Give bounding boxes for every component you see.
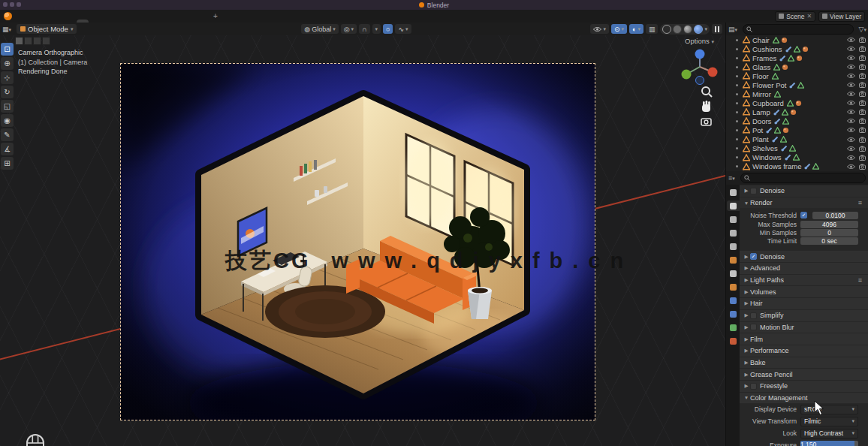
proportional-falloff-dropdown[interactable]: ∿▾: [395, 24, 411, 34]
hide-viewport-eye-icon[interactable]: [847, 146, 855, 152]
panel-grease-pencil[interactable]: ▶Grease Pencil: [740, 369, 868, 380]
outliner-item-doors[interactable]: Doors: [726, 116, 868, 125]
panel-performance[interactable]: ▶Performance: [740, 345, 868, 357]
max-samples-field[interactable]: 4096: [800, 221, 858, 228]
exposure-slider[interactable]: 1.150: [800, 441, 858, 446]
filter-icon[interactable]: ▽▾: [857, 26, 868, 33]
gizmo-y-axis[interactable]: [682, 70, 692, 80]
outliner-item-shelves[interactable]: Shelves: [726, 144, 868, 153]
solid-shading-button[interactable]: [673, 25, 682, 34]
material-preview-button[interactable]: [683, 25, 692, 34]
pivot-point-dropdown[interactable]: ◎▾: [341, 24, 357, 34]
hide-viewport-eye-icon[interactable]: [847, 91, 855, 97]
disable-render-camera-icon[interactable]: [859, 73, 867, 79]
pause-render-button[interactable]: [712, 24, 722, 34]
properties-tab-material[interactable]: [727, 336, 740, 346]
object-types-visibility-dropdown[interactable]: ▾: [590, 24, 609, 34]
render-sampling-presets-icon[interactable]: ≡: [858, 199, 862, 206]
freestyle-checkbox[interactable]: [750, 383, 757, 390]
outliner-item-floor[interactable]: Floor: [726, 71, 868, 80]
tool-scale[interactable]: ◱: [1, 100, 14, 113]
properties-tab-scene[interactable]: [727, 241, 740, 252]
disable-render-camera-icon[interactable]: [859, 137, 867, 143]
snap-toggle[interactable]: ∩: [359, 24, 369, 34]
add-workspace-button[interactable]: +: [209, 12, 222, 20]
hide-viewport-eye-icon[interactable]: [847, 100, 855, 106]
properties-tab-physics[interactable]: [727, 309, 740, 319]
camera-render-region[interactable]: [120, 63, 595, 420]
snap-dropdown[interactable]: ▾: [372, 24, 381, 34]
show-gizmo-toggle[interactable]: ⊙▾: [611, 24, 627, 34]
properties-tab-view-layer[interactable]: [727, 228, 740, 238]
tool-select-box[interactable]: ⊡: [1, 43, 14, 56]
properties-search-input[interactable]: [740, 173, 866, 183]
viewport-3d[interactable]: Camera Orthographic (1) Collection | Cam…: [0, 35, 725, 446]
outliner-item-flower-pot[interactable]: Flower Pot: [726, 80, 868, 89]
motion-blur-checkbox[interactable]: [750, 324, 757, 330]
hide-viewport-eye-icon[interactable]: [847, 82, 855, 88]
navigation-gizmo[interactable]: [673, 44, 725, 128]
disable-render-camera-icon[interactable]: [859, 91, 867, 97]
panel-film[interactable]: ▶Film: [740, 333, 868, 345]
hide-viewport-eye-icon[interactable]: [847, 64, 855, 70]
properties-editor-icon[interactable]: ≡▾: [726, 174, 737, 182]
properties-tab-render[interactable]: [727, 200, 740, 211]
outliner-item-frames[interactable]: Frames: [726, 53, 868, 62]
hide-viewport-eye-icon[interactable]: [847, 164, 855, 170]
render-denoise-checkbox[interactable]: ✓: [750, 253, 757, 260]
gizmo-x-axis[interactable]: [708, 68, 718, 77]
properties-tab-object-data[interactable]: [727, 322, 740, 333]
look-dropdown[interactable]: High Contrast▾: [800, 429, 858, 438]
panel-viewport-denoise[interactable]: ▶Denoise: [740, 185, 868, 197]
panel-light-paths[interactable]: ▶Light Paths≡: [740, 275, 868, 286]
zoom-view-icon[interactable]: [702, 87, 712, 97]
noise-threshold-field[interactable]: 0.0100: [812, 212, 858, 219]
panel-render-denoise[interactable]: ▶✓Denoise: [740, 251, 868, 262]
options-dropdown[interactable]: Options ▾: [685, 37, 714, 45]
disable-render-camera-icon[interactable]: [859, 37, 867, 43]
simplify-checkbox[interactable]: [750, 312, 757, 319]
outliner-item-glass[interactable]: Glass: [726, 62, 868, 71]
transform-orientation-dropdown[interactable]: ◍ Global▾: [301, 24, 338, 34]
show-overlays-toggle[interactable]: ◐▾: [629, 24, 643, 34]
panel-simplify[interactable]: ▶Simplify: [740, 310, 868, 321]
disable-render-camera-icon[interactable]: [859, 146, 867, 152]
outliner-item-plant[interactable]: Plant: [726, 135, 868, 144]
hide-viewport-eye-icon[interactable]: [847, 73, 855, 79]
hide-viewport-eye-icon[interactable]: [847, 118, 855, 124]
tool-add-cube[interactable]: ⊞: [1, 157, 14, 170]
outliner-item-chair[interactable]: Chair: [726, 35, 868, 44]
noise-threshold-checkbox[interactable]: ✓: [800, 212, 807, 218]
panel-motion-blur[interactable]: ▶Motion Blur: [740, 322, 868, 333]
scene-selector[interactable]: Scene ✕: [775, 11, 815, 22]
hide-viewport-eye-icon[interactable]: [847, 127, 855, 133]
properties-tab-world[interactable]: [727, 255, 740, 265]
hide-viewport-eye-icon[interactable]: [847, 137, 855, 143]
tool-annotate[interactable]: ✎: [1, 128, 14, 141]
shading-dropdown[interactable]: ▾: [704, 26, 707, 32]
mode-dropdown[interactable]: Object Mode▾: [17, 24, 77, 34]
rendered-shading-button[interactable]: [694, 25, 703, 34]
hide-viewport-eye-icon[interactable]: [847, 46, 855, 52]
window-controls[interactable]: [3, 2, 21, 7]
outliner-item-cushions[interactable]: Cushions: [726, 44, 868, 53]
outliner-item-pot[interactable]: Pot: [726, 125, 868, 134]
outliner-editor-icon[interactable]: ▤▾: [726, 26, 740, 33]
properties-tab-output[interactable]: [727, 214, 740, 225]
wireframe-shading-button[interactable]: [662, 25, 671, 34]
disable-render-camera-icon[interactable]: [859, 155, 867, 161]
light-paths-presets-icon[interactable]: ≡: [858, 276, 862, 284]
properties-tab-particles[interactable]: [727, 295, 740, 306]
properties-tab-modifiers[interactable]: [727, 282, 740, 292]
disable-render-camera-icon[interactable]: [859, 109, 867, 115]
disable-render-camera-icon[interactable]: [859, 55, 867, 61]
blender-menu-icon[interactable]: [4, 12, 12, 20]
panel-freestyle[interactable]: ▶Freestyle: [740, 381, 868, 392]
tool-transform[interactable]: ◉: [1, 114, 14, 127]
disable-render-camera-icon[interactable]: [859, 164, 867, 170]
outliner-item-windows[interactable]: Windows: [726, 153, 868, 162]
panel-color-management[interactable]: ▼Color Management: [740, 393, 868, 404]
outliner-item-lamp[interactable]: Lamp: [726, 107, 868, 116]
display-device-dropdown[interactable]: sRGB▾: [800, 405, 858, 414]
view-transform-dropdown[interactable]: Filmic▾: [800, 417, 858, 426]
